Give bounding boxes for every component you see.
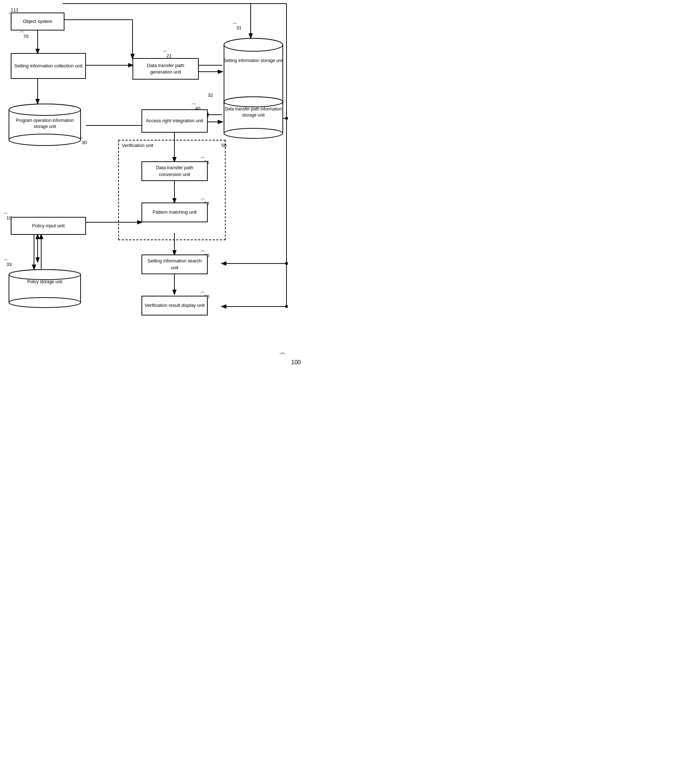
data-transfer-path-info-label: Data transfer path information storage u… xyxy=(222,106,285,118)
setting-info-collection-label: Setting information collection unit xyxy=(14,63,83,69)
ref-30-squiggle: ⌒ xyxy=(78,137,84,145)
data-transfer-path-info-cylinder: Data transfer path information storage u… xyxy=(222,96,285,139)
svg-point-41 xyxy=(224,97,283,107)
svg-point-23 xyxy=(285,305,288,308)
ref-100-squiggle: ⌒ xyxy=(279,351,286,362)
access-right-box: Access right integration unit xyxy=(141,109,208,133)
program-op-info-label: Program operation information storage un… xyxy=(7,118,82,130)
svg-point-44 xyxy=(9,298,80,308)
data-transfer-gen-label: Data transfer path generation unit xyxy=(135,63,196,75)
verification-result-label: Verification result display unit xyxy=(145,302,205,309)
object-system-box: Object system xyxy=(11,13,64,30)
pattern-matching-label: Pattern matching unit xyxy=(153,209,197,216)
verification-unit-dashed-box xyxy=(118,140,226,240)
ref-100-label: 100 xyxy=(291,359,301,366)
data-transfer-conv-label: Data transfer path conversion unit xyxy=(145,165,205,178)
ref-32-label: 32 xyxy=(208,92,213,98)
policy-storage-cylinder: Policy storage unit xyxy=(7,269,82,308)
ref-10-squiggle: ⌒ xyxy=(3,212,8,220)
data-transfer-gen-box: Data transfer path generation unit xyxy=(133,58,199,79)
pattern-matching-box: Pattern matching unit xyxy=(141,203,208,222)
setting-info-collection-box: Setting information collection unit xyxy=(11,53,86,79)
svg-point-40 xyxy=(224,128,283,138)
data-transfer-conv-box: Data transfer path conversion unit xyxy=(141,161,208,181)
setting-info-storage-label: Setting information storage unit xyxy=(222,58,285,64)
object-system-label: Object system xyxy=(23,18,52,25)
policy-input-box: Policy input unit xyxy=(11,217,86,235)
svg-point-32 xyxy=(9,134,80,145)
svg-point-21 xyxy=(285,262,288,265)
policy-storage-label: Policy storage unit xyxy=(7,279,82,285)
ref-31-squiggle: ⌒ xyxy=(232,22,238,30)
ref-50-label: 50 xyxy=(221,143,227,148)
svg-point-37 xyxy=(224,38,283,51)
ref-21-squiggle: ⌒ xyxy=(162,50,168,58)
program-op-info-cylinder: Program operation information storage un… xyxy=(7,103,82,146)
svg-point-33 xyxy=(9,104,80,115)
verification-unit-label: Verification unit xyxy=(122,143,153,148)
diagram: 111 ⌒ Object system 70 ⌒ Setting informa… xyxy=(0,0,322,376)
setting-info-search-label: Setting information search unit xyxy=(145,258,205,271)
ref-70-squiggle: ⌒ xyxy=(19,31,25,38)
svg-point-25 xyxy=(285,117,288,120)
ref-33-squiggle: ⌒ xyxy=(3,259,8,266)
setting-info-search-box: Setting information search unit xyxy=(141,255,208,274)
verification-result-box: Verification result display unit xyxy=(141,296,208,315)
svg-rect-35 xyxy=(224,45,283,104)
policy-input-label: Policy input unit xyxy=(32,222,64,229)
svg-point-45 xyxy=(9,270,80,280)
access-right-label: Access right integration unit xyxy=(146,118,204,124)
